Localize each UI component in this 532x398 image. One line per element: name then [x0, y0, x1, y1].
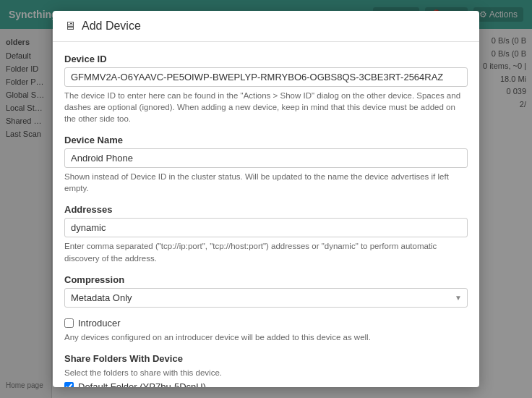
device-id-group: Device ID The device ID to enter here ca… — [64, 54, 468, 124]
compression-select-wrap: Metadata Only All Data Nothing ▼ — [64, 288, 468, 308]
share-folders-group: Share Folders With Device Select the fol… — [64, 353, 468, 387]
addresses-label: Addresses — [64, 204, 468, 215]
introducer-checkbox-group: Introducer — [64, 318, 468, 329]
default-folder-checkbox[interactable] — [64, 382, 74, 387]
default-folder-label[interactable]: Default Folder (YP7bu-5DcnU) — [78, 381, 206, 387]
share-folders-heading: Share Folders With Device — [64, 353, 468, 364]
device-id-label: Device ID — [64, 54, 468, 64]
modal-body: Device ID The device ID to enter here ca… — [53, 42, 479, 387]
monitor-icon: 🖥 — [64, 20, 76, 33]
introducer-checkbox[interactable] — [64, 318, 74, 328]
share-folders-help: Select the folders to share with this de… — [64, 367, 468, 378]
introducer-help: Any devices configured on an introducer … — [64, 331, 468, 343]
compression-label: Compression — [64, 274, 468, 285]
folder-item: Default Folder (YP7bu-5DcnU) — [64, 381, 468, 387]
introducer-group: Introducer Any devices configured on an … — [64, 318, 468, 343]
add-device-modal: 🖥 Add Device Device ID The device ID to … — [53, 11, 479, 387]
addresses-group: Addresses Enter comma separated ("tcp://… — [64, 204, 468, 263]
modal-overlay: 🖥 Add Device Device ID The device ID to … — [0, 0, 532, 398]
compression-select[interactable]: Metadata Only All Data Nothing — [64, 288, 468, 308]
addresses-input[interactable] — [64, 218, 468, 237]
device-id-help: The device ID to enter here can be found… — [64, 90, 468, 124]
modal-header: 🖥 Add Device — [53, 11, 479, 42]
device-id-input[interactable] — [64, 67, 468, 87]
device-name-label: Device Name — [64, 135, 468, 145]
device-name-group: Device Name Shown instead of Device ID i… — [64, 135, 468, 194]
modal-title: Add Device — [82, 20, 141, 33]
device-name-input[interactable] — [64, 148, 468, 168]
compression-group: Compression Metadata Only All Data Nothi… — [64, 274, 468, 308]
addresses-help: Enter comma separated ("tcp://ip:port", … — [64, 240, 468, 263]
device-name-help: Shown instead of Device ID in the cluste… — [64, 171, 468, 194]
introducer-label[interactable]: Introducer — [78, 318, 121, 329]
